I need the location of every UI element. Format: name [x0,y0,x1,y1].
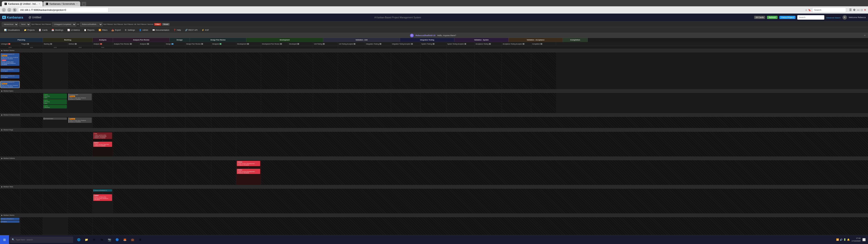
show-desktop-btn[interactable]: ⬜ [862,238,866,241]
col-triaged[interactable]: Triaged 0 [20,42,43,46]
card-story-s4[interactable]: RebeccaShatfield-4 [1,218,20,220]
card-enhancement-blocked[interactable]: Enhancement Blocked This is a test story… [68,94,92,100]
col-integration-testing[interactable]: Integration Testing 0 [365,42,391,46]
star-icon[interactable]: ☆ [805,9,807,11]
nav-settings[interactable]: ⚙ Settings [123,28,137,32]
card-enhancement-blocked-2[interactable]: Blocked This is a test story Analysis Re… [68,118,92,123]
reset-btn[interactable]: Reset [162,23,169,26]
taskbar-icon-app1[interactable]: 💼 [129,236,136,243]
expand-icon[interactable]: ▶ [1,50,2,52]
card-story-rebecca15[interactable]: RebeccaShatfield-15 Blocked This is a te… [1,53,20,66]
advanced-search-link[interactable]: Advanced Search [826,16,840,19]
card-test-1[interactable]: RebeccaShatfield-11 [93,189,112,191]
browser-tab-screenshots[interactable]: 🅺 Kanbanara / Screenshots × [43,1,80,6]
back-btn[interactable]: ← [2,8,6,12]
col-development[interactable]: Development 0 [236,42,261,46]
nav-ui-metrics[interactable]: 📈 UI Metrics [66,28,82,32]
card-defect-dev-2[interactable]: Defect Clean out find Development Rebecc… [237,169,260,174]
card-bug-1[interactable]: Bug Clean out find other Analysis Develo… [93,132,112,139]
card-test-defect[interactable]: Defect Clean out find other Development … [93,194,112,201]
notification-icon[interactable]: 🔔 [847,238,850,241]
chat-close-icon[interactable]: ✕ [864,34,866,37]
tab-close-btn-2[interactable]: × [76,3,78,5]
col-backlog[interactable]: Backlog 1 [43,42,68,46]
filter-btn[interactable]: Filter [154,23,161,26]
col-untriaged[interactable]: Untriaged 4 [0,42,20,46]
user-filter[interactable]: RebeccaShatfield... [80,22,103,26]
settings-icon[interactable]: ⚙ [853,8,856,11]
card-story-rebeccag[interactable]: RebeccaShatfieldG... Untriaged [1,68,20,72]
menu-icon[interactable]: ☰ [849,8,852,11]
expand-icon-tests[interactable]: ▶ [1,186,2,188]
close-icon[interactable]: ✕ [864,8,866,11]
card-defect-dev-1[interactable]: Defect Clean out find Development Rebecc… [237,161,260,166]
col-system-testing-acc[interactable]: System Testing Accepted 0 [446,42,475,46]
nav-help[interactable]: ❓ Help [172,28,183,32]
taskbar-icon-app2[interactable]: 🖥 [136,236,144,243]
col-acceptance-testing-acc[interactable]: Acceptance Testing Accepted 0 [502,42,531,46]
col-unit-testing[interactable]: Unit Testing 0 [313,42,338,46]
untagged-filter[interactable]: Untagged-Completed [52,22,76,26]
card-defect-2[interactable]: Defect Clean out find User-Dev Rebecca S… [93,142,112,147]
address-bar[interactable] [18,7,108,12]
board-scroll-area[interactable]: Planning Backlog Analysis Analysis Peer … [0,38,868,235]
expand-icon-epics[interactable]: ▶ [1,90,2,92]
col-analysis-peer-review[interactable]: Analysis Peer Review 0 [113,42,139,46]
focus-project-btn[interactable]: Focus Project [779,16,796,19]
nav-filters[interactable]: 🔽 Filters [97,28,110,32]
nav-projects[interactable]: 📁 Projects [22,28,37,32]
taskbar-icon-camera[interactable]: 📷 [106,236,113,243]
browser-search-input[interactable] [812,7,846,12]
reload-btn[interactable]: ↻ [13,8,17,12]
col-system-testing[interactable]: System Testing 0 [421,42,446,46]
col-acceptance-testing[interactable]: Acceptance Testing 0 [475,42,502,46]
nav-rest-api[interactable]: 🔗 REST API [183,28,199,32]
card-epic-2[interactable]: EPIC Backlog Epic [43,99,67,104]
expand-icon-bugs[interactable]: ▶ [1,129,2,131]
col-unit-testing-accepted[interactable]: Unit Testing Accepted 0 [338,42,365,46]
group-filter[interactable]: None [19,22,31,26]
taskbar-icon-firefox[interactable]: 🦊 [121,236,128,243]
taskbar-icon-store[interactable]: 🛍 [98,236,105,243]
network-icon[interactable]: 📶 [836,238,839,241]
header-search-input[interactable] [797,15,825,20]
refresh-btn[interactable]: Refresh [767,16,778,19]
taskbar-search-input[interactable] [16,239,71,241]
browser-tab-active[interactable]: 🅺 Kanbanara @ Untitled - Ind... × [2,1,43,6]
taskbar-search-area[interactable]: 🔍 [10,237,73,243]
card-story-analysis[interactable]: Analysis [1,220,20,223]
bookmark-icon[interactable]: 🔖 [808,9,811,11]
col-analysis[interactable]: Analysis 3 [93,42,113,46]
col-completed[interactable]: Completed 0 [531,42,556,46]
view-filter[interactable]: Hierarchical [2,22,18,26]
volume-icon[interactable]: 🔊 [840,238,842,241]
taskbar-icon-chrome[interactable]: 🔵 [114,236,121,243]
minimize-icon[interactable]: — [857,8,860,11]
battery-icon[interactable]: 🔋 [843,238,846,241]
card-enhancement-2[interactable]: Enhancement [43,118,67,120]
col-design-peer-review[interactable]: Design Peer Review 0 [185,42,211,46]
taskbar-icon-explorer[interactable]: 📁 [83,236,90,243]
tab-close-btn[interactable]: × [39,3,40,5]
expand-icon-enhancements[interactable]: ▶ [1,114,2,116]
nav-documentation[interactable]: 📖 Documentation [151,28,171,32]
col-dev-peer-review[interactable]: Development Peer Review 0 [261,42,288,46]
card-epic-3[interactable]: EPIC Backlog [43,105,67,109]
card-story-rebecca15b[interactable]: RebeccaShatfield-15 Blocked This a a tes… [1,81,20,88]
nav-cards[interactable]: 🃏 Cards [37,28,49,32]
nav-meetings[interactable]: 📅 Meetings [50,28,65,32]
col-integration-testing-acc[interactable]: Integration Testing Accepted 0 [391,42,421,46]
maximize-icon[interactable]: □ [861,8,863,11]
expand-icon-stories-2[interactable]: ▶ [1,214,2,216]
col-defined[interactable]: Defined 0 [68,42,93,46]
forward-btn[interactable]: → [7,8,11,12]
card-epic-1[interactable]: EPIC Backlog Epic [43,94,67,99]
col-analysed[interactable]: Analysed 0 [139,42,165,46]
nav-ksf[interactable]: ⚡ KSF [200,28,211,32]
nav-admin[interactable]: 👤 Admin [137,28,150,32]
start-btn[interactable]: ⊞ [0,235,9,244]
card-story-rebecca19[interactable]: RebeccaShatfield-19 Untriaged [1,75,20,79]
nav-reports[interactable]: 📋 Reports [82,28,96,32]
col-developed[interactable]: Developed 0 [288,42,313,46]
expand-icon-defects[interactable]: ▶ [1,157,2,159]
